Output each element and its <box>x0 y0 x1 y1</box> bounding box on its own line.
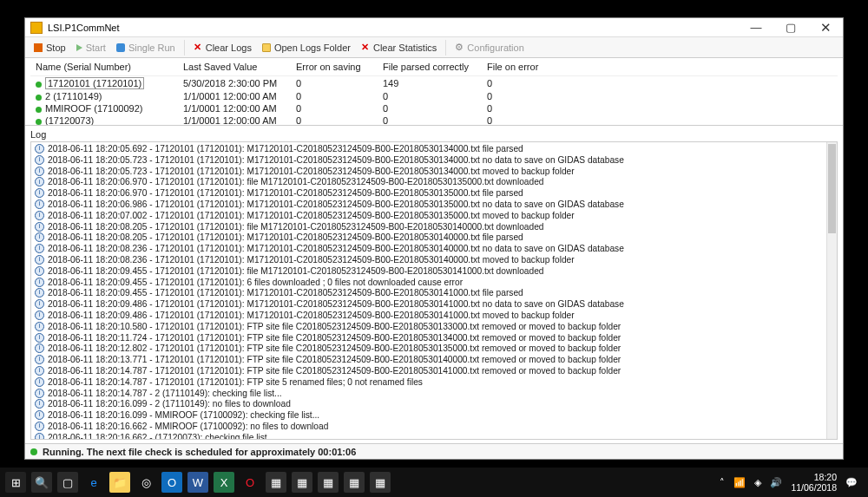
single-run-button[interactable]: Single Run <box>111 41 181 55</box>
log-line[interactable]: i2018-06-11 18:20:12.802 - 17120101 (171… <box>35 343 823 355</box>
scrollbar[interactable] <box>826 142 837 439</box>
opera-icon[interactable]: O <box>240 472 260 493</box>
stop-icon <box>34 43 43 52</box>
log-area: i2018-06-11 18:20:05.692 - 17120101 (171… <box>30 141 838 440</box>
log-line[interactable]: i2018-06-11 18:20:08.205 - 17120101 (171… <box>35 222 823 233</box>
app-task-icon[interactable]: ▦ <box>266 472 286 493</box>
info-icon: i <box>35 333 44 343</box>
info-icon: i <box>35 355 44 364</box>
log-line[interactable]: i2018-06-11 18:20:11.724 - 17120101 (171… <box>35 333 823 344</box>
log-line[interactable]: i2018-06-11 18:20:09.486 - 17120101 (171… <box>35 311 823 322</box>
search-icon[interactable]: 🔍 <box>31 472 52 493</box>
configuration-button[interactable]: ⚙Configuration <box>450 41 529 55</box>
info-icon: i <box>35 188 44 198</box>
info-icon: i <box>35 278 44 287</box>
status-text: Running. The next file check is schedule… <box>43 447 356 457</box>
log-line[interactable]: i2018-06-11 18:20:09.486 - 17120101 (171… <box>35 299 823 311</box>
log-line[interactable]: i2018-06-11 18:20:16.099 - MMIROOF (1710… <box>35 410 823 422</box>
info-icon: i <box>35 288 44 298</box>
taskbar[interactable]: ⊞ 🔍 ▢ e 📁 ◎ O W X O ▦ ▦ ▦ ▦ ▦ ˄ 📶 ◈ 🔊 18… <box>0 468 868 497</box>
chevron-up-icon[interactable]: ˄ <box>720 477 725 488</box>
excel-icon[interactable]: X <box>214 472 234 493</box>
clock[interactable]: 18:20 11/06/2018 <box>791 472 837 493</box>
log-line[interactable]: i2018-06-11 18:20:14.787 - 17120101 (171… <box>35 377 823 389</box>
app-task-icon[interactable]: ▦ <box>344 472 365 493</box>
edge-icon[interactable]: e <box>83 472 104 493</box>
log-line[interactable]: i2018-06-11 18:20:08.236 - 17120101 (171… <box>35 244 823 255</box>
system-tray[interactable]: ˄ 📶 ◈ 🔊 18:20 11/06/2018 💬 <box>720 472 863 493</box>
device-grid[interactable]: Name (Serial Number) Last Saved Value Er… <box>25 58 843 126</box>
chrome-icon[interactable]: ◎ <box>135 472 156 493</box>
scrollbar-thumb[interactable] <box>828 144 836 233</box>
table-row[interactable]: 17120101 (17120101)5/30/2018 2:30:00 PM0… <box>30 76 838 91</box>
start-button[interactable]: ⊞ <box>5 472 26 493</box>
log-line[interactable]: i2018-06-11 18:20:16.099 - 2 (17110149):… <box>35 399 823 410</box>
close-button[interactable]: ✕ <box>808 18 843 37</box>
col-last-saved[interactable]: Last Saved Value <box>178 60 291 76</box>
info-icon: i <box>35 343 44 353</box>
log-line[interactable]: i2018-06-11 18:20:07.002 - 17120101 (171… <box>35 211 823 222</box>
log-line[interactable]: i2018-06-11 18:20:14.787 - 2 (17110149):… <box>35 389 823 400</box>
log-line[interactable]: i2018-06-11 18:20:05.723 - 17120101 (171… <box>35 155 823 167</box>
col-parsed-ok[interactable]: File parsed correctly <box>378 60 482 76</box>
clear-stats-button[interactable]: ✕Clear Statistics <box>356 41 442 55</box>
log-line[interactable]: i2018-06-11 18:20:09.455 - 17120101 (171… <box>35 278 823 289</box>
single-run-icon <box>116 43 125 52</box>
log-line[interactable]: i2018-06-11 18:20:06.970 - 17120101 (171… <box>35 188 823 199</box>
log-line[interactable]: i2018-06-11 18:20:06.970 - 17120101 (171… <box>35 177 823 188</box>
network-icon[interactable]: 📶 <box>733 477 746 488</box>
folder-icon <box>262 43 271 52</box>
x-icon: ✕ <box>194 43 202 52</box>
info-icon: i <box>35 366 44 376</box>
app-task-icon[interactable]: ▦ <box>292 472 312 493</box>
status-dot-icon <box>36 95 42 101</box>
maximize-button[interactable]: ▢ <box>773 18 808 37</box>
info-icon: i <box>35 222 44 232</box>
stop-button[interactable]: Stop <box>29 41 71 55</box>
log-line[interactable]: i2018-06-11 18:20:13.771 - 17120101 (171… <box>35 355 823 366</box>
task-view-icon[interactable]: ▢ <box>57 472 78 493</box>
log-line[interactable]: i2018-06-11 18:20:10.580 - 17120101 (171… <box>35 322 823 333</box>
col-error-saving[interactable]: Error on saving <box>291 60 378 76</box>
open-logs-folder-button[interactable]: Open Logs Folder <box>257 41 356 55</box>
log-list[interactable]: i2018-06-11 18:20:05.692 - 17120101 (171… <box>31 142 826 439</box>
separator <box>184 40 185 56</box>
notifications-icon[interactable]: 💬 <box>845 477 858 488</box>
log-line[interactable]: i2018-06-11 18:20:06.986 - 17120101 (171… <box>35 199 823 211</box>
info-icon: i <box>35 377 44 387</box>
minimize-button[interactable]: — <box>739 18 773 37</box>
log-line[interactable]: i2018-06-11 18:20:08.236 - 17120101 (171… <box>35 255 823 266</box>
file-explorer-icon[interactable]: 📁 <box>109 472 130 493</box>
table-row[interactable]: MMIROOF (17100092)1/1/0001 12:00:00 AM00… <box>30 102 838 114</box>
log-line[interactable]: i2018-06-11 18:20:14.787 - 17120101 (171… <box>35 366 823 377</box>
info-icon: i <box>35 155 44 165</box>
start-button[interactable]: Start <box>71 41 111 55</box>
clear-logs-button[interactable]: ✕Clear Logs <box>188 41 257 55</box>
log-line[interactable]: i2018-06-11 18:20:09.455 - 17120101 (171… <box>35 288 823 299</box>
log-line[interactable]: i2018-06-11 18:20:08.205 - 17120101 (171… <box>35 232 823 244</box>
log-line[interactable]: i2018-06-11 18:20:16.662 - (17120073): c… <box>35 433 823 439</box>
titlebar[interactable]: LSI.P1CommNet — ▢ ✕ <box>25 18 843 37</box>
app-task-icon[interactable]: ▦ <box>370 472 391 493</box>
outlook-icon[interactable]: O <box>161 472 182 493</box>
table-row[interactable]: 2 (17110149)1/1/0001 12:00:00 AM000 <box>30 90 838 102</box>
info-icon: i <box>35 177 44 186</box>
volume-icon[interactable]: 🔊 <box>770 477 782 488</box>
word-icon[interactable]: W <box>187 472 208 493</box>
wifi-icon[interactable]: ◈ <box>754 477 761 488</box>
log-line[interactable]: i2018-06-11 18:20:09.455 - 17120101 (171… <box>35 266 823 278</box>
info-icon: i <box>35 389 44 398</box>
info-icon: i <box>35 399 44 409</box>
app-task-icon[interactable]: ▦ <box>318 472 339 493</box>
play-icon <box>76 44 82 51</box>
col-name[interactable]: Name (Serial Number) <box>30 60 178 76</box>
info-icon: i <box>35 244 44 253</box>
status-dot-icon <box>30 448 37 455</box>
info-icon: i <box>35 299 44 309</box>
col-file-error[interactable]: File on error <box>482 60 838 76</box>
table-row[interactable]: (17120073)1/1/0001 12:00:00 AM000 <box>30 114 838 126</box>
log-line[interactable]: i2018-06-11 18:20:05.692 - 17120101 (171… <box>35 144 823 155</box>
log-line[interactable]: i2018-06-11 18:20:05.723 - 17120101 (171… <box>35 167 823 178</box>
separator <box>445 40 446 56</box>
log-line[interactable]: i2018-06-11 18:20:16.662 - MMIROOF (1710… <box>35 422 823 433</box>
